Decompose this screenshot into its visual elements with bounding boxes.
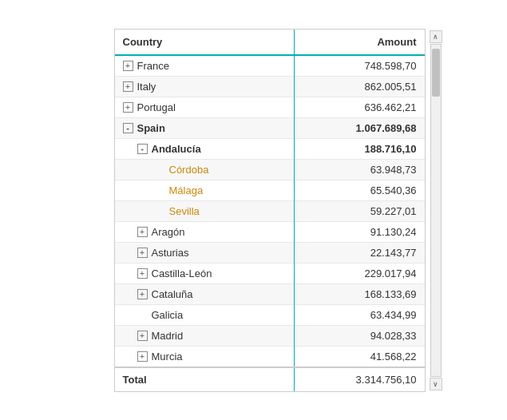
country-label: Cataluña [152,288,193,300]
country-cell: Málaga [115,180,295,200]
expand-icon[interactable]: + [137,268,148,279]
expand-icon[interactable]: + [137,248,148,258]
table-row: +Murcia41.568,22 [115,346,425,367]
country-label: Portugal [137,101,176,113]
country-label: Andalucía [152,143,201,155]
country-label: Asturias [152,247,189,259]
table-row: +Aragón91.130,24 [115,221,425,242]
amount-cell: 1.067.689,68 [294,117,425,138]
amount-cell: 636.462,21 [294,97,425,117]
scrollbar: ∧ ∨ [429,29,443,392]
scroll-track [430,44,442,377]
collapse-icon[interactable]: - [123,123,133,133]
scroll-thumb[interactable] [432,49,440,97]
country-label: Aragón [152,226,185,238]
amount-cell: 168.133,69 [294,283,425,304]
expand-icon[interactable]: + [123,102,133,113]
expand-icon[interactable]: + [123,61,133,71]
amount-header: Amount [294,30,425,55]
amount-cell: 94.028,33 [294,325,425,346]
country-label: Italy [137,81,156,93]
country-label: France [137,60,169,72]
country-label: Murcia [152,351,183,363]
country-label: Málaga [169,184,204,196]
country-cell: +Asturias [115,242,295,263]
amount-cell: 65.540,36 [294,180,425,200]
amount-cell: 862.005,51 [294,76,425,97]
amount-cell: 41.568,22 [294,346,425,367]
country-label: Castilla-León [152,267,212,279]
expand-icon[interactable]: + [123,81,133,92]
country-label: Spain [137,122,165,134]
amount-cell: 63.434,99 [294,304,425,325]
table-row: Málaga65.540,36 [115,180,425,200]
table-row: -Andalucía188.716,10 [115,138,425,159]
country-cell: +Murcia [115,346,295,367]
table-row: +Madrid94.028,33 [115,325,425,346]
expand-icon[interactable]: + [137,227,148,237]
country-cell: +Cataluña [115,283,295,304]
expand-icon[interactable]: + [137,289,148,299]
country-header: Country [115,30,295,55]
table-row: +Portugal636.462,21 [115,97,425,117]
amount-cell: 59.227,01 [294,200,425,221]
country-label: Madrid [152,330,184,342]
country-cell: Galicia [115,304,295,325]
expand-icon[interactable]: + [137,331,148,341]
table-row: +Asturias22.143,77 [115,242,425,263]
table-row: +Castilla-León229.017,94 [115,263,425,283]
scroll-up-arrow[interactable]: ∧ [430,30,442,43]
amount-cell: 748.598,70 [294,55,425,77]
table-row: Sevilla59.227,01 [115,200,425,221]
table-row: +France748.598,70 [115,55,425,77]
table-row: Galicia63.434,99 [115,304,425,325]
country-label: Sevilla [169,205,200,217]
country-cell: Córdoba [115,159,295,180]
country-cell: -Spain [115,117,295,138]
table-header: Country Amount [115,30,425,55]
country-cell: +Italy [115,76,295,97]
table-row: -Spain1.067.689,68 [115,117,425,138]
country-cell: Sevilla [115,200,295,221]
amount-cell: 22.143,77 [294,242,425,263]
amount-cell: 91.130,24 [294,221,425,242]
collapse-icon[interactable]: - [137,144,148,154]
country-cell: -Andalucía [115,138,295,159]
scroll-down-arrow[interactable]: ∨ [430,378,442,390]
country-cell: +Aragón [115,221,295,242]
total-label: Total [115,367,295,391]
total-row: Total 3.314.756,10 [115,367,425,391]
amount-cell: 63.948,73 [294,159,425,180]
country-label: Córdoba [169,164,209,176]
amount-cell: 188.716,10 [294,138,425,159]
expand-icon[interactable]: + [137,351,148,362]
country-label: Galicia [152,309,184,321]
country-cell: +Portugal [115,97,295,117]
country-cell: +Madrid [115,325,295,346]
table-row: +Italy862.005,51 [115,76,425,97]
table-row: Córdoba63.948,73 [115,159,425,180]
amount-cell: 229.017,94 [294,263,425,283]
total-amount: 3.314.756,10 [294,367,425,391]
country-cell: +France [115,55,295,77]
data-table: Country Amount +France748.598,70+Italy86… [114,29,426,392]
table-row: +Cataluña168.133,69 [115,283,425,304]
country-cell: +Castilla-León [115,263,295,283]
